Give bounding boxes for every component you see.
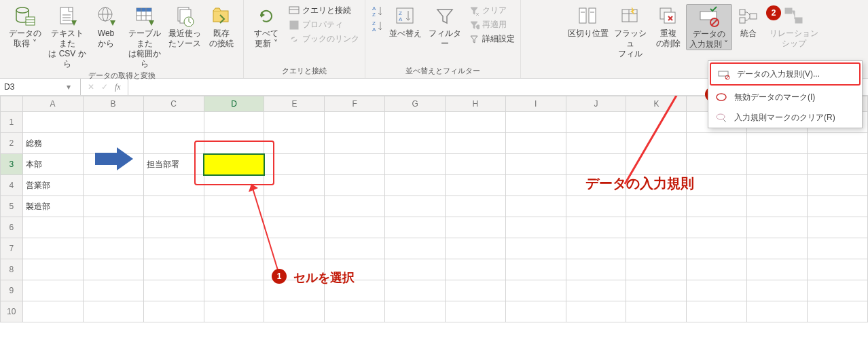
svg-rect-41 (622, 10, 637, 22)
sort-asc-button[interactable]: AZ (369, 5, 383, 18)
data-validation-button[interactable]: データの 入力規則 ˅ (686, 4, 732, 50)
svg-text:Z: Z (372, 20, 376, 26)
col-header-C[interactable]: C (143, 96, 204, 112)
svg-rect-37 (579, 8, 586, 23)
svg-point-0 (16, 7, 29, 13)
col-header-B[interactable]: B (83, 96, 143, 112)
clear-label: クリア (482, 5, 507, 16)
row-header-8[interactable]: 8 (1, 259, 23, 280)
select-all-corner[interactable] (1, 96, 23, 112)
sort-desc-button[interactable]: ZA (369, 20, 383, 33)
col-header-D[interactable]: D (204, 96, 264, 112)
name-box[interactable]: ▾ (0, 79, 81, 95)
row-header-10[interactable]: 10 (1, 301, 23, 322)
svg-rect-1 (26, 17, 35, 25)
queries-icon (289, 5, 300, 16)
row-header-9[interactable]: 9 (1, 280, 23, 301)
filter-button[interactable]: フィルター (425, 4, 465, 49)
advanced-label: 詳細設定 (482, 33, 515, 45)
row-header-2[interactable]: 2 (1, 133, 23, 154)
cell-A5[interactable]: 製造部 (22, 196, 83, 217)
queries-connections-button[interactable]: クエリと接続 (287, 4, 361, 17)
funnel-icon (434, 5, 456, 27)
remove-duplicates-button[interactable]: 重複 の削除 (651, 4, 686, 49)
cell-A4[interactable]: 営業部 (22, 175, 83, 196)
from-table-label: テーブルまた は範囲から (125, 29, 164, 69)
svg-text:Z: Z (372, 12, 376, 18)
consolidate-button[interactable]: 統合 (732, 4, 765, 39)
data-validation-icon (698, 6, 720, 28)
existing-label: 既存 の接続 (209, 29, 234, 49)
from-text-csv-button[interactable]: テキストまた は CSV から (46, 4, 88, 69)
col-header-E[interactable]: E (264, 96, 325, 112)
step-badge-1: 1 (272, 269, 287, 284)
cell-C3[interactable]: 担当部署 (143, 154, 204, 175)
group-label-queries: クエリと接続 (282, 64, 327, 78)
svg-rect-24 (289, 7, 299, 14)
properties-button: プロパティ (287, 18, 361, 31)
clear-marks-icon (715, 111, 727, 124)
cell-A1[interactable] (22, 112, 83, 133)
text-to-columns-button[interactable]: 区切り位置 (566, 4, 610, 39)
table-icon (134, 5, 156, 27)
svg-rect-4 (60, 7, 73, 24)
cell-D3-selected[interactable] (204, 154, 264, 175)
flash-fill-button[interactable]: フラッシュ フィル (610, 4, 651, 59)
group-label-data-tools (693, 67, 695, 78)
col-header-J[interactable]: J (566, 96, 626, 112)
col-header-K[interactable]: K (626, 96, 687, 112)
text-to-columns-icon (577, 5, 599, 27)
sort-asc-icon: AZ (371, 6, 382, 17)
clear-icon (469, 5, 480, 16)
data-validation-dropdown: データの入力規則(V)... 無効データのマーク(I) 入力規則マークのクリア(… (708, 60, 863, 128)
dropdown-item-clear-marks[interactable]: 入力規則マークのクリア(R) (708, 107, 862, 128)
svg-rect-26 (290, 21, 298, 29)
relationships-label: リレーションシップ (766, 29, 822, 49)
row-header-7[interactable]: 7 (1, 238, 23, 259)
name-box-dropdown-icon[interactable]: ▾ (62, 82, 75, 92)
col-header-H[interactable]: H (446, 96, 506, 112)
from-web-button[interactable]: Web から (88, 4, 124, 49)
sort-label: 並べ替え (389, 29, 422, 39)
spreadsheet-grid: A B C D E F G H I J K L M N 1 2総務 3本部担当部… (0, 96, 868, 353)
row-header-4[interactable]: 4 (1, 175, 23, 196)
recent-sources-button[interactable]: 最近使っ たソース (166, 4, 204, 49)
sort-dialog-button[interactable]: ZA 並べ替え (386, 4, 425, 39)
svg-rect-55 (785, 8, 792, 14)
cell-A2[interactable]: 総務 (22, 133, 83, 154)
remove-dup-label: 重複 の削除 (656, 29, 681, 49)
advanced-filter-button[interactable]: 詳細設定 (467, 33, 516, 45)
col-header-G[interactable]: G (385, 96, 446, 112)
workbook-links-button: ブックのリンク (287, 33, 361, 45)
col-header-A[interactable]: A (22, 96, 83, 112)
name-box-input[interactable] (0, 82, 62, 92)
svg-rect-14 (137, 8, 151, 12)
row-header-5[interactable]: 5 (1, 196, 23, 217)
dropdown-item-mark-invalid[interactable]: 無効データのマーク(I) (708, 87, 862, 107)
col-header-F[interactable]: F (325, 96, 385, 112)
existing-connections-button[interactable]: 既存 の接続 (204, 4, 239, 49)
consolidate-icon (738, 5, 759, 27)
get-data-button[interactable]: データの 取得 ˅ (4, 4, 46, 49)
row-header-1[interactable]: 1 (1, 112, 23, 133)
refresh-all-button[interactable]: すべて 更新 ˅ (248, 4, 285, 49)
step-badge-2: 2 (766, 5, 781, 20)
recent-label: 最近使っ たソース (168, 29, 201, 49)
from-table-button[interactable]: テーブルまた は範囲から (124, 4, 166, 69)
svg-rect-54 (750, 14, 757, 19)
group-queries: すべて 更新 ˅ クエリと接続 プロパティ ブックのリンク クエリと接続 (244, 0, 365, 78)
accept-icon: ✓ (101, 82, 108, 92)
svg-rect-56 (795, 18, 802, 23)
group-get-transform: データの 取得 ˅ テキストまた は CSV から Web から テーブルまた … (0, 0, 244, 78)
svg-point-60 (717, 94, 726, 100)
remove-duplicates-icon (657, 5, 679, 27)
fx-icon[interactable]: fx (115, 82, 121, 92)
globe-icon (95, 5, 117, 27)
cell-A3[interactable]: 本部 (22, 154, 83, 175)
row-header-3[interactable]: 3 (1, 154, 23, 175)
col-header-I[interactable]: I (505, 96, 566, 112)
recent-icon (174, 5, 196, 27)
dropdown-item-validation[interactable]: データの入力規則(V)... (710, 62, 861, 86)
svg-text:A: A (372, 5, 376, 12)
row-header-6[interactable]: 6 (1, 217, 23, 238)
